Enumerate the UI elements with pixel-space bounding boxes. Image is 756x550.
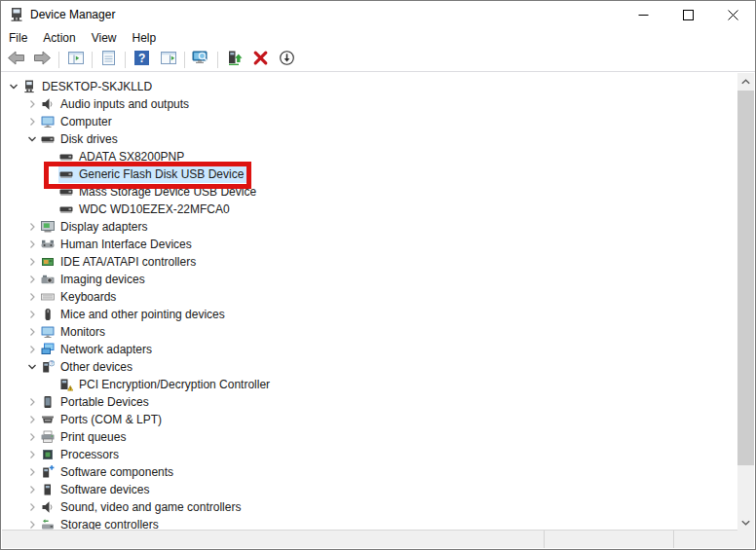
tree-row-body[interactable]: Ports (COM & LPT) <box>40 411 167 428</box>
tree-row-body[interactable]: Software components <box>40 463 178 481</box>
tree-row[interactable]: Print queues <box>2 428 754 446</box>
tree-row[interactable]: Ports (COM & LPT) <box>2 411 754 428</box>
properties-button[interactable] <box>95 49 122 71</box>
uninstall-device-button[interactable] <box>247 49 274 71</box>
tree-row[interactable]: Portable Devices <box>2 393 754 411</box>
tree-row[interactable]: IDE ATA/ATAPI controllers <box>2 253 754 271</box>
chevron-collapsed-icon[interactable] <box>24 324 40 340</box>
chevron-collapsed-icon[interactable] <box>24 342 40 357</box>
chevron-collapsed-icon[interactable] <box>24 219 40 235</box>
tree-row-body[interactable]: Display adapters <box>40 218 152 236</box>
maximize-button[interactable] <box>665 1 710 28</box>
tree-row[interactable]: Processors <box>2 446 754 463</box>
disable-device-button[interactable] <box>274 49 300 71</box>
tree-row[interactable]: Audio inputs and outputs <box>2 95 754 113</box>
tree-row-body[interactable]: DESKTOP-SKJKLLD <box>21 78 157 95</box>
window-title: Device Manager <box>30 8 115 21</box>
back-button[interactable] <box>3 49 29 71</box>
tree-row[interactable]: Monitors <box>2 323 754 341</box>
tree-row-label: Computer <box>58 115 114 128</box>
tree-row[interactable]: Sound, video and game controllers <box>2 498 754 516</box>
chevron-expanded-icon[interactable] <box>6 79 21 94</box>
scroll-down-icon[interactable] <box>737 514 754 531</box>
minimize-button[interactable] <box>621 1 665 28</box>
menu-action[interactable]: Action <box>35 28 83 48</box>
forward-button[interactable] <box>29 49 56 71</box>
show-console-tree-icon <box>67 50 85 69</box>
tree-row-body[interactable]: Computer <box>40 113 117 130</box>
tree-row-body[interactable]: ADATA SX8200PNP <box>58 148 189 165</box>
tree-row-body[interactable]: Keyboards <box>40 288 121 306</box>
action-pane-button[interactable] <box>155 49 181 71</box>
tree-row-body[interactable]: Software devices <box>40 481 154 498</box>
tree-row-body[interactable]: Sound, video and game controllers <box>40 498 246 516</box>
tree-row[interactable]: Software components <box>2 463 754 481</box>
tree-row-body[interactable]: Mass Storage Device USB Device <box>58 183 261 201</box>
tree-row[interactable]: Computer <box>2 113 754 130</box>
close-button[interactable] <box>710 1 755 28</box>
tree-row[interactable]: Network adapters <box>2 341 754 358</box>
caption-buttons <box>621 1 755 28</box>
chevron-collapsed-icon[interactable] <box>24 499 40 515</box>
tree-row[interactable]: Mass Storage Device USB Device <box>2 183 754 201</box>
scan-hardware-changes-button[interactable] <box>188 49 214 71</box>
ide-controller-icon <box>40 255 56 270</box>
chevron-collapsed-icon[interactable] <box>24 482 40 497</box>
vertical-scrollbar[interactable] <box>737 73 754 531</box>
chevron-collapsed-icon[interactable] <box>24 429 40 445</box>
tree-row-body[interactable]: Audio inputs and outputs <box>40 95 194 113</box>
tree-row-body[interactable]: PCI Encryption/Decryption Controller <box>58 376 275 393</box>
chevron-collapsed-icon[interactable] <box>24 464 40 480</box>
tree-row-body[interactable]: Print queues <box>40 428 131 446</box>
tree-row-body[interactable]: WDC WD10EZEX-22MFCA0 <box>58 201 235 218</box>
show-console-tree-button[interactable] <box>62 49 89 71</box>
tree-row-body[interactable]: Processors <box>40 446 124 463</box>
menu-view[interactable]: View <box>84 28 125 48</box>
tree-row[interactable]: Storage controllers <box>2 516 754 530</box>
tree-row-body[interactable]: Disk drives <box>40 130 123 148</box>
tree-row-body[interactable]: Mice and other pointing devices <box>40 306 230 323</box>
chevron-collapsed-icon[interactable] <box>24 114 40 129</box>
tree-row[interactable]: PCI Encryption/Decryption Controller <box>2 376 754 393</box>
chevron-collapsed-icon[interactable] <box>24 96 40 112</box>
tree-row-body[interactable]: Network adapters <box>40 341 157 358</box>
menu-file[interactable]: File <box>1 28 35 48</box>
tree-row-body[interactable]: Portable Devices <box>40 393 154 411</box>
tree-row[interactable]: Mice and other pointing devices <box>2 306 754 323</box>
chevron-expanded-icon[interactable] <box>24 131 40 147</box>
tree-row[interactable]: Software devices <box>2 481 754 498</box>
chevron-collapsed-icon[interactable] <box>24 394 40 410</box>
update-driver-button[interactable] <box>221 49 247 71</box>
tree-row[interactable]: Keyboards <box>2 288 754 306</box>
chevron-collapsed-icon[interactable] <box>24 307 40 322</box>
tree-row-body[interactable]: ?Other devices <box>40 358 137 376</box>
tree-row-body[interactable]: Human Interface Devices <box>40 236 197 253</box>
tree-row[interactable]: ?Other devices <box>2 358 754 376</box>
tree-row-body[interactable]: IDE ATA/ATAPI controllers <box>40 253 201 271</box>
tree-row-body[interactable]: Imaging devices <box>40 271 150 288</box>
device-manager-app-icon <box>9 7 24 22</box>
help-button[interactable]: ? <box>129 49 155 71</box>
tree-row-body[interactable]: Storage controllers <box>40 516 164 530</box>
tree-row[interactable]: DESKTOP-SKJKLLD <box>2 78 754 95</box>
tree-row[interactable]: Imaging devices <box>2 271 754 288</box>
menu-help[interactable]: Help <box>125 28 165 48</box>
tree-row-body[interactable]: Monitors <box>40 323 110 341</box>
chevron-collapsed-icon[interactable] <box>24 289 40 305</box>
tree-row[interactable]: Display adapters <box>2 218 754 236</box>
chevron-expanded-icon[interactable] <box>24 359 40 375</box>
chevron-collapsed-icon[interactable] <box>24 412 40 427</box>
tree-row[interactable]: Human Interface Devices <box>2 236 754 253</box>
chevron-collapsed-icon[interactable] <box>24 237 40 252</box>
tree-row[interactable]: Disk drives <box>2 130 754 148</box>
chevron-collapsed-icon[interactable] <box>24 272 40 287</box>
tree-row[interactable]: WDC WD10EZEX-22MFCA0 <box>2 201 754 218</box>
scroll-up-icon[interactable] <box>737 73 754 90</box>
chevron-collapsed-icon[interactable] <box>24 254 40 270</box>
tree-row-selected-body[interactable]: Generic Flash Disk USB Device <box>58 165 248 183</box>
tree-row[interactable]: ADATA SX8200PNP <box>2 148 754 165</box>
chevron-collapsed-icon[interactable] <box>24 517 40 530</box>
tree-row[interactable]: Generic Flash Disk USB Device <box>2 165 754 183</box>
scrollbar-thumb[interactable] <box>737 91 754 465</box>
chevron-collapsed-icon[interactable] <box>24 447 40 462</box>
